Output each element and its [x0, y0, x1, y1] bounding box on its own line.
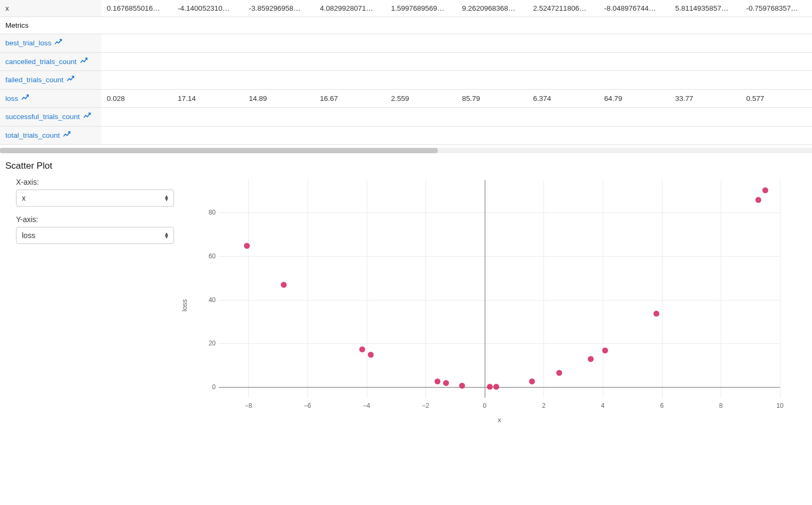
table-cell — [599, 71, 670, 90]
table-cell — [599, 52, 670, 71]
scatter-point[interactable] — [459, 383, 465, 389]
xtick: 2 — [542, 402, 546, 409]
scatter-point[interactable] — [487, 384, 493, 390]
table-cell — [101, 126, 172, 145]
scatter-point[interactable] — [588, 356, 594, 362]
table-cell: 64.79 — [599, 89, 670, 108]
x-axis-line — [219, 387, 780, 388]
x-axis-label: X-axis: — [16, 178, 174, 186]
scatter-point[interactable] — [602, 348, 608, 353]
metric-link-cancelled_trials_count[interactable]: cancelled_trials_count — [5, 57, 88, 67]
chart-icon — [63, 131, 70, 140]
y-axis-label: Y-axis: — [16, 215, 174, 224]
metrics-heading-row: Metrics — [0, 17, 812, 34]
gridline-h — [219, 343, 780, 344]
ytick: 80 — [198, 209, 216, 216]
table-cell — [670, 108, 741, 127]
table-cell — [741, 126, 812, 145]
scatter-point[interactable] — [359, 346, 365, 352]
table-cell: 33.77 — [670, 89, 741, 108]
table-cell — [385, 52, 456, 71]
scatter-point[interactable] — [529, 378, 535, 384]
table-cell — [670, 52, 741, 71]
select-caret-icon: ▲▼ — [164, 232, 169, 239]
table-cell: 17.14 — [172, 89, 243, 108]
scatter-point[interactable] — [653, 311, 659, 317]
metric-name: failed_trials_count — [5, 75, 64, 85]
scatter-heading: Scatter Plot — [0, 159, 812, 175]
table-cell — [243, 126, 314, 145]
scatter-point[interactable] — [762, 187, 768, 193]
metric-link-successful_trials_count[interactable]: successful_trials_count — [5, 112, 91, 122]
table-cell: 5.8114935857… — [670, 0, 741, 17]
table-cell — [456, 34, 527, 53]
table-cell: 2.5247211806… — [528, 0, 599, 17]
table-cell: -0.759768357… — [741, 0, 812, 17]
table-cell — [385, 126, 456, 145]
metric-link-total_trials_count[interactable]: total_trials_count — [5, 131, 70, 140]
table-cell — [741, 34, 812, 53]
table-cell — [528, 71, 599, 90]
metric-name: loss — [5, 94, 18, 104]
metric-row-label: failed_trials_count — [0, 71, 101, 90]
scatter-point[interactable] — [755, 197, 761, 203]
xtick: −2 — [422, 402, 429, 409]
xtick: 0 — [483, 402, 486, 409]
table-cell — [101, 52, 172, 71]
metric-row-label: best_trial_loss — [0, 34, 101, 53]
chart-icon — [21, 94, 29, 104]
table-cell — [528, 108, 599, 127]
chart-icon — [83, 112, 91, 122]
table-cell — [101, 34, 172, 53]
metrics-table: x0.1676855016…-4.140052310…-3.859296958…… — [0, 0, 812, 145]
xtick: 8 — [719, 402, 723, 409]
table-cell — [314, 34, 385, 53]
table-cell — [741, 108, 812, 127]
table-cell — [670, 34, 741, 53]
table-row: total_trials_count — [0, 126, 812, 145]
table-cell — [528, 34, 599, 53]
metric-link-failed_trials_count[interactable]: failed_trials_count — [5, 75, 74, 85]
scatter-point[interactable] — [244, 243, 250, 249]
table-cell — [670, 126, 741, 145]
ytick: 20 — [198, 340, 216, 347]
x-axis-select[interactable]: x ▲▼ — [16, 190, 174, 207]
xtick: −4 — [363, 402, 370, 409]
table-cell: 14.89 — [243, 89, 314, 108]
ytick: 0 — [198, 383, 216, 391]
table-cell: 2.559 — [385, 89, 456, 108]
table-cell: 0.1676855016… — [101, 0, 172, 17]
gridline-h — [219, 212, 780, 213]
table-cell — [172, 52, 243, 71]
scatter-point[interactable] — [281, 282, 287, 288]
scrollbar-thumb[interactable] — [0, 148, 438, 153]
table-row: best_trial_loss — [0, 34, 812, 53]
metric-link-best_trial_loss[interactable]: best_trial_loss — [5, 38, 62, 48]
metric-name: successful_trials_count — [5, 112, 80, 122]
y-axis-line — [485, 180, 485, 398]
table-cell: -4.140052310… — [172, 0, 243, 17]
param-row-label: x — [0, 0, 101, 17]
table-row: failed_trials_count — [0, 71, 812, 90]
scatter-point[interactable] — [443, 380, 449, 386]
gridline-h — [219, 256, 780, 257]
y-axis-select[interactable]: loss ▲▼ — [16, 227, 174, 244]
ytick: 60 — [198, 253, 216, 260]
gridline-v — [780, 180, 781, 398]
table-cell — [456, 71, 527, 90]
table-cell — [670, 71, 741, 90]
gridline-h — [219, 300, 780, 301]
metric-link-loss[interactable]: loss — [5, 94, 29, 104]
table-h-scrollbar[interactable] — [0, 148, 812, 153]
chart-ylabel: loss — [180, 299, 188, 311]
scatter-chart: loss −8−6−4−20246810020406080 x — [182, 175, 812, 440]
scatter-point[interactable] — [493, 384, 499, 390]
scatter-point[interactable] — [556, 370, 562, 376]
table-cell — [528, 126, 599, 145]
table-row: cancelled_trials_count — [0, 52, 812, 71]
metric-name: best_trial_loss — [5, 38, 51, 48]
table-cell: -3.859296958… — [243, 0, 314, 17]
scatter-point[interactable] — [368, 352, 374, 358]
table-cell: 9.2620968368… — [456, 0, 527, 17]
scatter-point[interactable] — [435, 378, 440, 384]
